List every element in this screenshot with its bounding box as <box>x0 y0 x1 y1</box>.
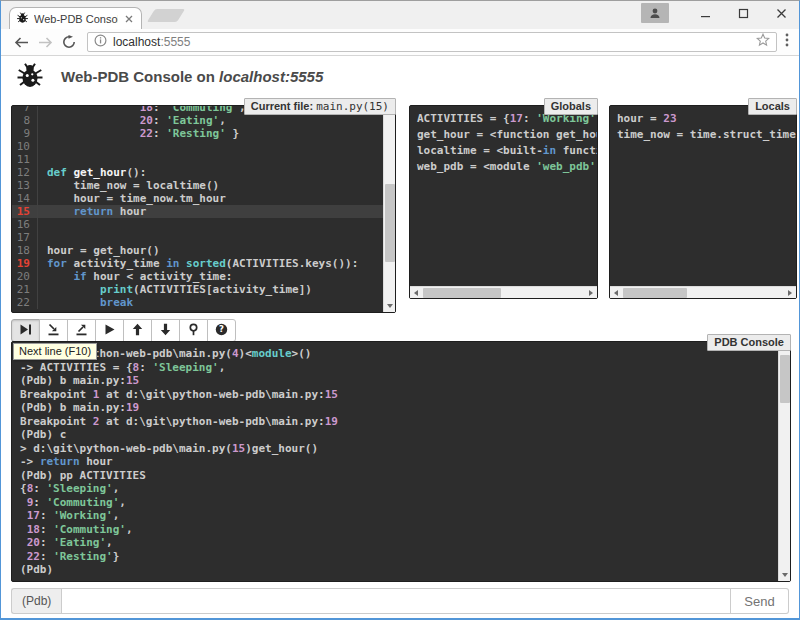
code-line: 15 return hour <box>12 205 383 218</box>
scroll-down-icon[interactable] <box>779 569 791 581</box>
line-number[interactable]: 13 <box>12 179 38 192</box>
code-line: 9 22: 'Resting' } <box>12 127 383 140</box>
line-number[interactable]: 10 <box>12 140 38 153</box>
scroll-thumb[interactable] <box>423 288 501 298</box>
line-number[interactable]: 20 <box>12 270 38 283</box>
new-tab-button[interactable] <box>147 9 185 22</box>
code-line: 22 break <box>12 296 383 309</box>
page-title: Web-PDB Console on localhost:5555 <box>61 68 323 85</box>
code-editor: 7 18: 'Commuting',8 20: 'Eating',9 22: '… <box>12 106 383 309</box>
return-button[interactable] <box>67 319 96 342</box>
line-number[interactable]: 9 <box>12 127 38 140</box>
web-pdb-page: Web-PDB Console on localhost:5555 Curren… <box>1 56 799 618</box>
page-title-host: localhost:5555 <box>219 68 323 85</box>
up-arrow-icon <box>131 323 144 339</box>
tooltip: Next line (F10) <box>13 343 97 360</box>
console-line: 22: 'Resting'} <box>20 550 770 564</box>
help-button[interactable]: ? <box>207 319 236 342</box>
scroll-right-icon[interactable] <box>585 287 597 299</box>
reload-icon[interactable] <box>57 35 81 49</box>
step-out-icon <box>75 323 88 339</box>
code-line: 14 hour = time_now.tm_hour <box>12 192 383 205</box>
line-number[interactable]: 17 <box>12 231 38 244</box>
console-vertical-scrollbar[interactable] <box>778 342 790 581</box>
forward-icon <box>33 36 57 49</box>
line-number[interactable]: 12 <box>12 166 38 179</box>
send-button[interactable]: Send <box>731 588 789 614</box>
tab-close-icon[interactable] <box>123 13 135 25</box>
line-number[interactable]: 16 <box>12 218 38 231</box>
line-number[interactable]: 11 <box>12 153 38 166</box>
url-bar[interactable]: localhost:5555 <box>87 32 777 52</box>
tab-title: Web-PDB Console on loc <box>34 13 118 25</box>
locals-line: time_now = time.struct_time(tm_yea <box>617 127 789 143</box>
globals-label: Globals <box>544 98 598 115</box>
code-line: 11 <box>12 153 383 166</box>
back-icon[interactable] <box>9 36 33 49</box>
code-line: 20 if hour < activity_time: <box>12 270 383 283</box>
favicon-bug-icon <box>16 10 29 28</box>
console-line: > d:\git\python-web-pdb\main.py(15)get_h… <box>20 442 770 456</box>
continue-icon <box>103 323 116 339</box>
code-line: 12def get_hour(): <box>12 166 383 179</box>
code-line: 16 <box>12 218 383 231</box>
line-number[interactable]: 18 <box>12 244 38 257</box>
code-line: 8 20: 'Eating', <box>12 114 383 127</box>
browser-navbar: localhost:5555 <box>1 29 799 56</box>
current-file-name: main.py(15) <box>316 100 389 113</box>
console-line: -> ACTIVITIES = {8: 'Sleeping', <box>20 361 770 375</box>
globals-content: ACTIVITIES = {17: 'Working', 18: 'get_ho… <box>410 106 597 286</box>
browser-titlebar: Web-PDB Console on loc <box>1 1 799 29</box>
scroll-thumb[interactable] <box>385 184 395 262</box>
pdb-command-input[interactable] <box>61 588 731 614</box>
web-pdb-logo-bug-icon <box>15 60 45 94</box>
console-line: (Pdb) c <box>20 428 770 442</box>
line-number[interactable]: 14 <box>12 192 38 205</box>
pdb-console-panel: PDB Console > d:\git\python-web-pdb\main… <box>11 341 791 582</box>
down-arrow-icon <box>159 323 172 339</box>
close-icon[interactable] <box>769 3 793 23</box>
page-info-icon[interactable] <box>94 33 107 51</box>
line-number[interactable]: 22 <box>12 296 38 309</box>
console-line: -> return hour <box>20 455 770 469</box>
globals-panel: Globals ACTIVITIES = {17: 'Working', 18:… <box>409 105 598 299</box>
app-header: Web-PDB Console on localhost:5555 <box>1 56 799 97</box>
svg-text:?: ? <box>219 324 224 334</box>
scroll-down-icon[interactable] <box>384 300 396 312</box>
browser-menu-icon[interactable] <box>785 33 789 51</box>
where-button[interactable] <box>179 319 208 342</box>
line-number[interactable]: 8 <box>12 114 38 127</box>
code-vertical-scrollbar[interactable] <box>383 106 395 312</box>
console-line: 18: 'Commuting', <box>20 523 770 537</box>
continue-button[interactable] <box>95 319 124 342</box>
step-into-button[interactable] <box>39 319 68 342</box>
scroll-left-icon[interactable] <box>410 287 422 299</box>
stack-down-button[interactable] <box>151 319 180 342</box>
stack-up-button[interactable] <box>123 319 152 342</box>
scroll-thumb[interactable] <box>623 288 687 298</box>
globals-line: web_pdb = <module 'web_pdb' from ' <box>417 159 590 175</box>
scroll-thumb[interactable] <box>780 355 790 403</box>
next-line-button[interactable] <box>11 319 40 342</box>
globals-horizontal-scrollbar[interactable] <box>410 286 597 298</box>
browser-tab[interactable]: Web-PDB Console on loc <box>9 7 142 29</box>
code-line: 18hour = get_hour() <box>12 244 383 257</box>
bookmark-star-icon[interactable] <box>756 33 770 51</box>
minimize-icon[interactable] <box>693 3 717 23</box>
console-line: (Pdb) b main.py:19 <box>20 401 770 415</box>
line-number[interactable]: 21 <box>12 283 38 296</box>
line-number[interactable]: 7 <box>12 106 38 114</box>
locals-horizontal-scrollbar[interactable] <box>610 286 796 298</box>
maximize-icon[interactable] <box>731 3 755 23</box>
line-number[interactable]: 19 <box>12 257 38 270</box>
console-line: {8: 'Sleeping', <box>20 482 770 496</box>
pdb-console-output: > d:\git\python-web-pdb\main.py(4)<modul… <box>12 342 778 581</box>
profile-button[interactable] <box>641 3 669 23</box>
console-line: Breakpoint 2 at d:\git\python-web-pdb\ma… <box>20 415 770 429</box>
scroll-right-icon[interactable] <box>784 287 796 299</box>
line-number[interactable]: 15 <box>12 205 38 218</box>
pdb-console-label: PDB Console <box>707 334 791 351</box>
url-port: :5555 <box>160 35 190 49</box>
scroll-left-icon[interactable] <box>610 287 622 299</box>
pdb-prompt-addon: (Pdb) <box>11 588 61 614</box>
